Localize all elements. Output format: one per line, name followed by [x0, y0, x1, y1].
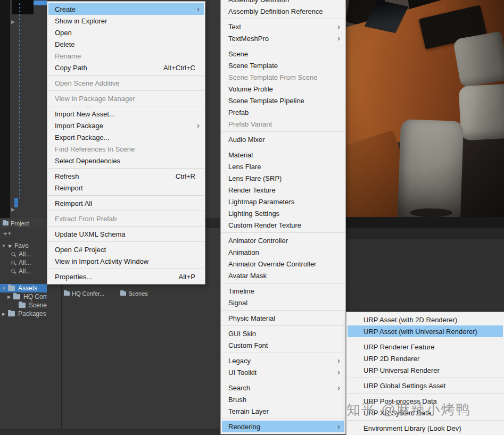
menu-item-shortcut: Alt+P [168, 273, 199, 281]
menu-item-select-dependencies[interactable]: Select Dependencies [48, 155, 204, 166]
menu-item-animator-controller[interactable]: Animator Controller [222, 235, 344, 246]
menu-item-animator-override-controller[interactable]: Animator Override Controller [222, 258, 344, 270]
expander-open-icon[interactable]: ▼ [1, 286, 6, 291]
menu-item-search[interactable]: Search› [222, 382, 344, 394]
menu-item-urp-global-settings-asset[interactable]: URP Global Settings Asset [348, 380, 503, 391]
tree-item-assets[interactable]: ▼Assets [0, 284, 47, 292]
menu-item-urp-universal-renderer[interactable]: URP Universal Renderer [348, 364, 503, 376]
menu-item-label: Scene Template Pipeline [228, 97, 304, 105]
menu-item-open-c-project[interactable]: Open C# Project [48, 244, 204, 255]
menu-item-audio-mixer[interactable]: Audio Mixer [222, 133, 344, 145]
menu-item-prefab[interactable]: Prefab [222, 106, 344, 118]
menu-item-material[interactable]: Material [222, 149, 344, 161]
expander-open-icon[interactable]: ▼ [1, 244, 6, 248]
menu-item-textmeshpro[interactable]: TextMeshPro› [222, 32, 344, 44]
create-asset-button[interactable]: + ▾ [3, 230, 11, 238]
favorites-section[interactable]: ▼ ★ Favo [0, 241, 47, 250]
menu-item-lighting-settings[interactable]: Lighting Settings [222, 207, 344, 219]
menu-item-text[interactable]: Text› [222, 21, 344, 32]
menu-item-delete[interactable]: Delete [48, 38, 204, 50]
menu-item-refresh[interactable]: RefreshCtrl+R [48, 170, 204, 182]
menu-item-gui-skin[interactable]: GUI Skin [222, 328, 344, 339]
menu-item-export-package[interactable]: Export Package... [48, 131, 204, 143]
menu-item-ui-toolkit[interactable]: UI Toolkit› [222, 366, 344, 378]
project-folder-tree: ▼Assets▶HQ ConfereScenes▶Packages [0, 284, 47, 318]
menu-item-import-new-asset[interactable]: Import New Asset... [48, 108, 204, 120]
submenu-arrow-icon: › [337, 383, 340, 391]
foldout-arrow-icon[interactable]: ▶ [11, 207, 15, 212]
menu-item-label: Scene Template From Scene [228, 73, 317, 81]
submenu-arrow-icon: › [337, 22, 340, 30]
favorites-search-item[interactable]: All... [0, 250, 47, 258]
project-content-list: HQ Confer...Scenes [64, 290, 148, 297]
tree-item-hq-confere[interactable]: ▶HQ Confere [0, 292, 47, 301]
menu-item-update-uxml-schema[interactable]: Update UXML Schema [48, 228, 204, 240]
menu-item-open[interactable]: Open [48, 27, 204, 38]
favorites-search-item[interactable]: All... [0, 267, 47, 275]
menu-item-lightmap-parameters[interactable]: Lightmap Parameters [222, 196, 344, 207]
tab-project[interactable]: Project [0, 218, 47, 228]
menu-item-render-texture[interactable]: Render Texture [222, 184, 344, 196]
expander-closed-icon[interactable]: ▶ [1, 312, 6, 316]
menu-item-shortcut: Ctrl+R [165, 172, 199, 180]
menu-item-lens-flare[interactable]: Lens Flare [222, 161, 344, 172]
expander-closed-icon[interactable]: ▶ [6, 295, 12, 299]
asset-folder-hq-confer[interactable]: HQ Confer... [64, 290, 104, 297]
menu-item-scene-template[interactable]: Scene Template [222, 60, 344, 71]
menu-item-rename: Rename [48, 50, 204, 62]
menu-item-copy-path[interactable]: Copy PathAlt+Ctrl+C [48, 62, 204, 73]
menu-item-avatar-mask[interactable]: Avatar Mask [222, 270, 344, 281]
menu-item-physic-material[interactable]: Physic Material [222, 312, 344, 324]
pane-divider[interactable] [61, 285, 62, 429]
menu-item-volume-profile[interactable]: Volume Profile [222, 83, 344, 95]
menu-separator [221, 232, 345, 233]
menu-item-environment-library-look-dev[interactable]: Environment Library (Look Dev) [348, 422, 503, 434]
menu-item-label: Scene Template [228, 62, 278, 70]
menu-item-urp-2d-renderer[interactable]: URP 2D Renderer [348, 353, 503, 364]
menu-item-custom-render-texture[interactable]: Custom Render Texture [222, 219, 344, 231]
menu-item-label: Extract From Prefab [55, 215, 117, 223]
scene-view-footer-bar [346, 217, 504, 228]
menu-item-rendering[interactable]: Rendering› [222, 421, 344, 432]
menu-item-prefab-variant: Prefab Variant [222, 118, 344, 130]
folder-icon [120, 291, 126, 296]
menu-item-urp-renderer-feature[interactable]: URP Renderer Feature [348, 341, 503, 353]
submenu-arrow-icon: › [337, 356, 340, 364]
submenu-arrow-icon: › [197, 5, 200, 13]
asset-folder-scenes[interactable]: Scenes [120, 290, 148, 297]
menu-item-terrain-layer[interactable]: Terrain Layer [222, 405, 344, 417]
menu-item-custom-font[interactable]: Custom Font [222, 339, 344, 351]
menu-item-brush[interactable]: Brush [222, 394, 344, 405]
menu-separator [221, 147, 345, 147]
menu-item-scene[interactable]: Scene [222, 48, 344, 60]
favorites-search-item[interactable]: All... [0, 258, 47, 267]
menu-separator [221, 131, 345, 132]
scene-view[interactable] [346, 0, 504, 217]
menu-item-label: Material [228, 151, 253, 159]
menu-item-timeline[interactable]: Timeline [222, 285, 344, 297]
tree-item-packages[interactable]: ▶Packages [0, 309, 47, 318]
menu-item-view-in-import-activity-window[interactable]: View in Import Activity Window [48, 255, 204, 267]
menu-item-lens-flare-srp[interactable]: Lens Flare (SRP) [222, 172, 344, 184]
menu-item-urp-asset-with-2d-renderer[interactable]: URP Asset (with 2D Renderer) [348, 314, 503, 325]
menu-item-animation[interactable]: Animation [222, 246, 344, 258]
menu-item-scene-template-pipeline[interactable]: Scene Template Pipeline [222, 95, 344, 106]
menu-separator [221, 325, 345, 326]
menu-item-reimport[interactable]: Reimport [48, 182, 204, 194]
menu-item-properties[interactable]: Properties...Alt+P [48, 271, 204, 282]
menu-item-assembly-definition-reference[interactable]: Assembly Definition Reference [222, 5, 344, 17]
foldout-arrow-icon[interactable]: ▶ [11, 20, 15, 24]
menu-item-label: Open C# Project [55, 246, 106, 254]
menu-item-label: TextMeshPro [228, 35, 269, 43]
menu-separator [48, 241, 204, 242]
tree-item-scenes[interactable]: Scenes [0, 301, 47, 309]
menu-item-legacy[interactable]: Legacy› [222, 355, 344, 366]
menu-item-assembly-definition[interactable]: Assembly Definition [222, 0, 344, 5]
menu-item-reimport-all[interactable]: Reimport All [48, 197, 204, 209]
menu-item-import-package[interactable]: Import Package› [48, 120, 204, 131]
menu-item-urp-asset-with-universal-renderer[interactable]: URP Asset (with Universal Renderer) [348, 325, 503, 337]
menu-item-signal[interactable]: Signal [222, 297, 344, 308]
submenu-arrow-icon: › [337, 368, 340, 376]
menu-item-show-in-explorer[interactable]: Show in Explorer [48, 15, 204, 27]
menu-item-create[interactable]: Create› [48, 3, 204, 15]
